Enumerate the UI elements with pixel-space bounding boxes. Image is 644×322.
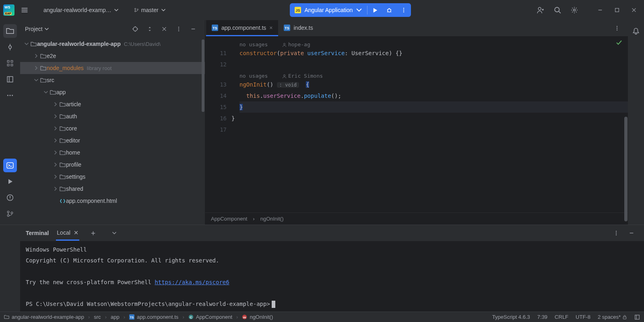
expand-all-button[interactable] <box>143 22 157 36</box>
project-tool-button[interactable] <box>3 24 17 38</box>
project-view-selector[interactable]: Project <box>25 26 49 32</box>
editor-tab-bar: app.component.ts×index.ts <box>205 20 628 36</box>
terminal-options-button[interactable] <box>609 226 623 240</box>
folder-icon <box>60 126 66 132</box>
tree-row[interactable]: shared <box>20 183 205 195</box>
warning-icon <box>6 194 14 201</box>
terminal-body[interactable]: Windows PowerShell Copyright (C) Microso… <box>20 241 644 312</box>
maximize-icon <box>614 7 620 13</box>
play-icon <box>7 178 13 185</box>
editor-tab[interactable]: app.component.ts× <box>206 20 278 36</box>
tree-label: e2e <box>47 53 56 59</box>
terminal-tab[interactable]: Local <box>56 226 79 241</box>
editor-body[interactable]: 11 12 13 14 15 16 17 no usages hope-ag c… <box>205 36 628 213</box>
caret-position-widget[interactable]: 7:39 <box>537 314 547 320</box>
editor-code[interactable]: no usages hope-ag constructor(private us… <box>231 36 628 213</box>
folder-icon <box>31 41 37 47</box>
tree-row[interactable]: src <box>20 74 205 86</box>
more-icon <box>401 7 407 13</box>
more-tools-button[interactable] <box>3 89 17 102</box>
tree-row[interactable]: settings <box>20 171 205 183</box>
more-icon <box>614 25 620 31</box>
run-more-button[interactable] <box>396 3 411 17</box>
folder-icon <box>60 150 66 156</box>
editor-breadcrumb[interactable]: AppComponent › ngOnInit() <box>205 213 628 225</box>
chevron-icon <box>34 54 39 58</box>
branch-icon <box>6 210 14 217</box>
tree-row[interactable]: home <box>20 147 205 159</box>
window-minimize-button[interactable] <box>593 3 607 17</box>
navigation-bar[interactable]: angular-realworld-example-app› src› app›… <box>4 314 273 320</box>
editor-gutter[interactable]: 11 12 13 14 15 16 17 <box>205 36 231 213</box>
chevron-down-icon <box>161 8 166 12</box>
search-button[interactable] <box>551 3 564 17</box>
tree-row[interactable]: app.component.html <box>20 195 205 207</box>
breadcrumb-item[interactable]: ngOnInit() <box>260 216 284 222</box>
window-maximize-button[interactable] <box>610 3 624 17</box>
editor-tabs-options-button[interactable] <box>610 21 624 35</box>
terminal-dropdown-button[interactable] <box>107 226 121 240</box>
run-tool-button[interactable] <box>3 175 17 188</box>
folder-icon <box>40 65 46 71</box>
tree-row-root[interactable]: angular-realworld-example-app C:\Users\D… <box>20 38 205 50</box>
tree-label: core <box>66 125 77 132</box>
tree-row[interactable]: node_moduleslibrary root <box>20 62 205 74</box>
play-icon <box>372 7 378 13</box>
window-close-button[interactable] <box>627 3 641 17</box>
hide-terminal-button[interactable] <box>625 226 638 240</box>
close-icon[interactable] <box>74 230 78 235</box>
lock-icon <box>622 315 627 320</box>
more-icon <box>6 92 14 99</box>
hide-panel-button[interactable] <box>186 22 200 36</box>
run-button[interactable] <box>367 3 382 17</box>
folder-icon <box>40 77 46 83</box>
tree-row[interactable]: profile <box>20 159 205 171</box>
project-scrollbar[interactable] <box>201 38 205 225</box>
folder-icon <box>60 162 66 168</box>
breadcrumb-item[interactable]: AppComponent <box>211 216 247 222</box>
status-more-button[interactable] <box>634 314 640 320</box>
code-with-me-button[interactable] <box>534 3 547 17</box>
tree-label: article <box>66 101 81 107</box>
project-selector[interactable]: angular-realworld-examp… <box>42 4 120 16</box>
debug-button[interactable] <box>382 3 396 17</box>
plus-icon <box>90 230 96 236</box>
tree-row[interactable]: editor <box>20 134 205 147</box>
settings-button[interactable] <box>568 3 581 17</box>
terminal-tool-button[interactable] <box>3 159 17 172</box>
chevron-icon <box>53 162 58 167</box>
tab-close-button[interactable]: × <box>269 25 272 31</box>
problems-tool-button[interactable] <box>3 191 17 204</box>
panel-options-button[interactable] <box>172 22 186 36</box>
commit-tool-button[interactable] <box>3 40 17 54</box>
collapse-all-button[interactable] <box>157 22 171 36</box>
structure-tool-button[interactable] <box>3 56 17 70</box>
tree-row[interactable]: app <box>20 86 205 98</box>
editor-tab[interactable]: index.ts <box>278 20 318 36</box>
ts-icon <box>284 25 290 31</box>
editor-scrollbar[interactable] <box>624 36 628 213</box>
tree-row[interactable]: auth <box>20 110 205 122</box>
tree-row[interactable]: core <box>20 122 205 134</box>
tree-label: profile <box>66 161 81 168</box>
project-tree[interactable]: angular-realworld-example-app C:\Users\D… <box>20 38 205 225</box>
inspection-ok-icon[interactable] <box>616 39 622 46</box>
tree-row[interactable]: e2e <box>20 50 205 62</box>
line-separator-widget[interactable]: CRLF <box>555 314 568 320</box>
tree-label: auth <box>66 113 77 120</box>
notifications-button[interactable] <box>629 24 643 38</box>
main-menu-button[interactable] <box>18 3 31 17</box>
run-config-selector[interactable]: Angular Application <box>290 3 367 17</box>
powershell-link[interactable]: https://aka.ms/pscore6 <box>155 279 229 285</box>
tree-row[interactable]: article <box>20 98 205 110</box>
vcs-tool-button[interactable] <box>3 207 17 221</box>
chevron-icon <box>53 186 58 191</box>
git-branch-selector[interactable]: master <box>132 4 167 16</box>
typescript-version-widget[interactable]: TypeScript 4.6.3 <box>492 314 530 320</box>
select-opened-file-button[interactable] <box>128 22 142 36</box>
new-terminal-button[interactable] <box>87 226 100 240</box>
indent-widget[interactable]: 2 spaces* <box>598 314 627 320</box>
layout-tool-button[interactable] <box>3 72 17 86</box>
more-icon <box>176 26 182 32</box>
encoding-widget[interactable]: UTF-8 <box>576 314 590 320</box>
